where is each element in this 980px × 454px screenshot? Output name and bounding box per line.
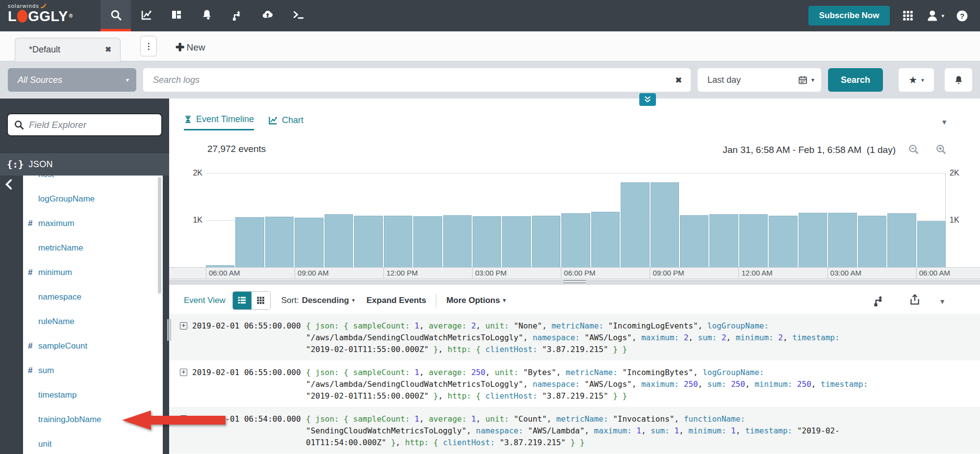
list-view-button[interactable]: [233, 292, 251, 309]
help-icon[interactable]: ?: [956, 10, 968, 22]
json-section-header[interactable]: {:} JSON: [0, 152, 169, 176]
zoom-in-icon[interactable]: [935, 144, 948, 158]
field-list-scrollbar[interactable]: [158, 177, 161, 294]
tab-chart[interactable]: Chart: [268, 114, 303, 130]
timeline-bar[interactable]: [709, 214, 738, 267]
sort-dropdown[interactable]: Sort: Descending ▾: [281, 296, 355, 305]
collapse-sidebar-button[interactable]: [3, 177, 16, 194]
timeline-bar[interactable]: [532, 216, 560, 267]
timeline-bar[interactable]: [858, 216, 886, 267]
expand-events-button[interactable]: Expand Events: [367, 296, 427, 305]
source-group-select[interactable]: All Sources ▾: [8, 68, 136, 92]
more-options-dropdown[interactable]: More Options ▾: [446, 296, 505, 305]
timeline-bar[interactable]: [561, 213, 590, 267]
bell-icon: [954, 75, 964, 85]
expand-event-icon[interactable]: +: [180, 322, 187, 329]
x-tick-label: 03:00 AM: [830, 269, 861, 277]
x-tick-line: [295, 268, 295, 278]
nav-tab-live-tail[interactable]: [283, 0, 313, 31]
sidebar-field-minimum[interactable]: #minimum: [23, 260, 163, 285]
sidebar-field-trainingJobName[interactable]: trainingJobName: [23, 407, 163, 432]
nav-tab-source-setup[interactable]: [222, 0, 252, 31]
notifications-button[interactable]: [945, 68, 972, 92]
timeline-bar[interactable]: [265, 217, 294, 267]
nav-tab-alerts[interactable]: [192, 0, 222, 31]
field-label: host: [38, 176, 54, 179]
time-range-picker[interactable]: Last day ▾: [698, 68, 821, 92]
timeline-bar[interactable]: [651, 182, 679, 267]
collapse-search-panel-button[interactable]: [639, 93, 656, 106]
sidebar-field-sampleCount[interactable]: #sampleCount: [23, 334, 163, 358]
sidebar-field-unit[interactable]: unit: [23, 432, 163, 454]
search-button[interactable]: Search: [828, 68, 883, 92]
event-timestamp: 2019-02-01 06:55:00.000: [192, 367, 306, 378]
sidebar-field-sum[interactable]: #sum: [23, 358, 163, 383]
timeline-bar[interactable]: [384, 216, 412, 267]
nav-tab-charts[interactable]: [131, 0, 161, 31]
timeline-bar[interactable]: [917, 221, 946, 267]
sidebar-field-host[interactable]: host: [23, 176, 163, 187]
export-share-icon[interactable]: [908, 293, 921, 308]
list-view-icon: [237, 295, 247, 305]
timeline-bar[interactable]: [680, 215, 708, 267]
timeline-bar[interactable]: [591, 212, 620, 267]
timeline-bar[interactable]: [828, 213, 856, 267]
x-tick-line: [738, 268, 739, 278]
y-axis-label-1k-left: 1K: [183, 216, 202, 225]
search-logs-input[interactable]: Search logs ✖: [143, 68, 691, 92]
timeline-resize-bar[interactable]: [169, 279, 980, 285]
sidebar-field-maximum[interactable]: #maximum: [23, 211, 163, 236]
tab-event-timeline[interactable]: Event Timeline: [184, 114, 254, 130]
grid-view-button[interactable]: [251, 292, 270, 309]
new-tab-button[interactable]: ✚ New: [176, 42, 205, 53]
nav-tab-cloud-upload[interactable]: [252, 0, 283, 31]
clear-search-icon[interactable]: ✖: [676, 76, 682, 85]
resize-grip-icon[interactable]: [563, 280, 586, 284]
loggly-logo[interactable]: solarwinds LGGLY®: [0, 0, 101, 31]
timeline-bar[interactable]: [799, 213, 827, 267]
events-count: 27,972 events: [207, 144, 266, 154]
timeline-bar[interactable]: [887, 213, 916, 267]
saved-searches-button[interactable]: ★ ▾: [899, 68, 934, 92]
x-axis-strip: 06:00 AM09:00 AM12:00 PM03:00 PM06:00 PM…: [169, 267, 980, 279]
timeline-bar[interactable]: [621, 182, 649, 267]
nav-tab-search[interactable]: [101, 0, 131, 31]
tab-default[interactable]: *Default ✖: [15, 38, 121, 61]
collapse-events-icon[interactable]: ▼: [939, 298, 946, 305]
event-row: +2019-02-01 06:54:00.000{ json: { sample…: [169, 407, 980, 454]
timeline-bar[interactable]: [325, 214, 353, 267]
timeline-bar[interactable]: [443, 215, 472, 267]
timeline-bar[interactable]: [473, 216, 501, 267]
double-chevron-down-icon: [642, 95, 653, 104]
expand-event-icon[interactable]: +: [180, 415, 187, 423]
derived-fields-icon[interactable]: [873, 294, 886, 309]
tab-options-kebab-button[interactable]: ⋮: [140, 36, 157, 56]
timeline-bar[interactable]: [739, 214, 768, 267]
close-tab-icon[interactable]: ✖: [105, 45, 111, 54]
sidebar-field-logGroupName[interactable]: logGroupName: [23, 187, 163, 211]
timeline-bar[interactable]: [354, 216, 382, 267]
tab-default-label: *Default: [29, 45, 105, 55]
app-grid-icon[interactable]: [902, 9, 914, 22]
nav-tab-dashboards[interactable]: [161, 0, 192, 31]
zoom-out-icon[interactable]: [908, 144, 920, 158]
field-label: ruleName: [38, 317, 75, 327]
top-navbar: solarwinds LGGLY® Subscribe Now ▾ ?: [0, 0, 980, 31]
sidebar-field-metricName[interactable]: metricName: [23, 236, 163, 260]
field-explorer-search-input[interactable]: Field Explorer: [7, 113, 162, 136]
sidebar-field-ruleName[interactable]: ruleName: [23, 309, 163, 334]
timeline-bar[interactable]: [295, 218, 323, 267]
subscribe-now-button[interactable]: Subscribe Now: [808, 6, 890, 25]
timeline-bar[interactable]: [502, 216, 530, 267]
sidebar-field-namespace[interactable]: namespace: [23, 285, 163, 309]
expand-event-icon[interactable]: +: [180, 369, 187, 376]
sidebar-resize-grip[interactable]: [167, 319, 171, 341]
x-tick-line: [561, 268, 561, 278]
loggly-app: solarwinds LGGLY® Subscribe Now ▾ ? *Def…: [0, 0, 980, 454]
timeline-bar[interactable]: [235, 217, 264, 267]
user-menu[interactable]: ▾: [926, 9, 944, 23]
timeline-bar[interactable]: [413, 216, 442, 267]
timeline-bar[interactable]: [769, 216, 797, 267]
collapse-timeline-icon[interactable]: ▼: [941, 118, 948, 126]
sidebar-field-timestamp[interactable]: timestamp: [23, 383, 163, 407]
